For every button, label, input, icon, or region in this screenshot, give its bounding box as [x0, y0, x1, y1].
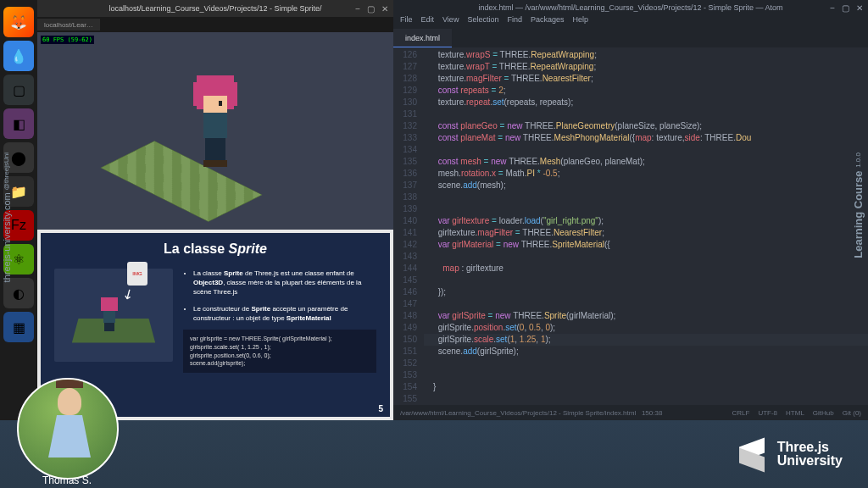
browser-titlebar: localhost/Learning_Course_Videos/Project…: [37, 0, 393, 17]
atom-editor: index.html — /var/www/html/Learning_Cour…: [393, 0, 868, 420]
minimize-icon[interactable]: −: [830, 3, 835, 13]
menu-item[interactable]: File: [400, 15, 413, 29]
status-item[interactable]: CRLF: [732, 409, 750, 417]
slide-diagram: IMG ↙: [54, 269, 173, 362]
slide-code: var girlsprite = new THREE.Sprite( girlS…: [183, 330, 376, 373]
threejs-university-logo: Three.jsUniversity: [735, 437, 843, 471]
slide-page-number: 5: [378, 404, 383, 413]
menu-item[interactable]: View: [442, 15, 459, 29]
menu-item[interactable]: Edit: [421, 15, 435, 29]
menu-item[interactable]: Help: [572, 15, 588, 29]
minimize-icon[interactable]: −: [355, 4, 360, 14]
editor-body[interactable]: 126 127 128 129 130 131 132 133 134 135 …: [393, 47, 868, 405]
editor-menubar: File Edit View Selection Find Packages H…: [393, 15, 868, 29]
line-gutter: 126 127 128 129 130 131 132 133 134 135 …: [393, 47, 424, 405]
status-item[interactable]: HTML: [786, 409, 804, 417]
maximize-icon[interactable]: ▢: [367, 4, 375, 14]
app-icon[interactable]: ◧: [3, 108, 34, 139]
threejs-canvas[interactable]: 60 FPS (59-62): [37, 32, 393, 230]
slide-title: La classe Sprite: [54, 241, 376, 257]
menu-item[interactable]: Packages: [531, 15, 565, 29]
author-name: Thomas S.: [42, 474, 92, 486]
editor-statusbar: /var/www/html/Learning_Course_Videos/Pro…: [393, 405, 868, 420]
editor-tab[interactable]: index.html: [393, 29, 452, 47]
right-watermark: Learning Course 1.0.0: [852, 152, 865, 258]
app-icon[interactable]: ◐: [3, 278, 34, 308]
status-item[interactable]: Git (0): [843, 409, 861, 417]
app-icon[interactable]: 💧: [3, 41, 34, 71]
author-avatar: [17, 378, 119, 480]
slide-text: La classe Sprite de Three.js est une cla…: [183, 269, 376, 373]
girl-sprite: [181, 75, 249, 177]
app-icon[interactable]: ▦: [3, 312, 34, 342]
menu-item[interactable]: Selection: [467, 15, 498, 29]
menu-item[interactable]: Find: [507, 15, 522, 29]
terminal-icon[interactable]: ▢: [3, 75, 34, 105]
code-area[interactable]: texture.wrapS = THREE.RepeatWrapping; te…: [424, 47, 868, 405]
close-icon[interactable]: ✕: [856, 3, 863, 13]
left-watermark: threejs-university.com @threejsUni: [2, 152, 12, 282]
status-item[interactable]: GitHub: [813, 409, 834, 417]
browser-tab[interactable]: localhost/Lear…: [37, 19, 100, 30]
status-item[interactable]: UTF-8: [758, 409, 777, 417]
video-footer: Thomas S. Three.jsUniversity: [0, 420, 868, 488]
maximize-icon[interactable]: ▢: [842, 3, 849, 13]
firefox-icon[interactable]: 🦊: [3, 7, 34, 37]
fps-counter: 60 FPS (59-62): [41, 36, 94, 44]
close-icon[interactable]: ✕: [381, 4, 388, 14]
editor-titlebar: index.html — /var/www/html/Learning_Cour…: [393, 0, 868, 15]
cube-icon: [735, 437, 769, 471]
browser-window: localhost/Learning_Course_Videos/Project…: [37, 0, 393, 230]
